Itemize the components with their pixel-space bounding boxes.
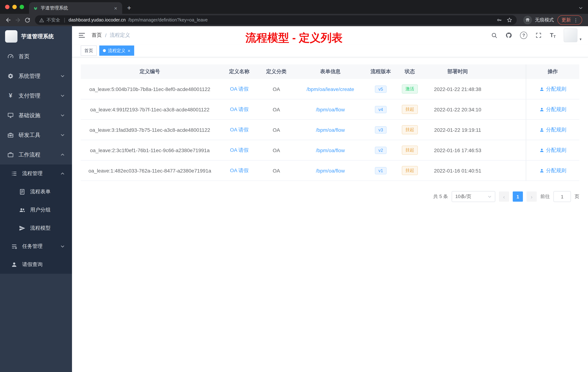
sidebar-item-process-management[interactable]: 流程管理 [0, 164, 72, 183]
chevron-down-icon [60, 74, 65, 78]
sidebar-item-leave-query[interactable]: 请假查询 [0, 255, 72, 274]
omnibox-divider [64, 18, 64, 22]
sidebar-item-label: 流程模型 [30, 225, 51, 231]
sidebar-item-infrastructure[interactable]: 基础设施 [0, 106, 72, 125]
assign-rule-button[interactable]: 分配规则 [539, 106, 566, 113]
sidebar-item-label: 工作流程 [19, 151, 40, 158]
definition-name-link[interactable]: OA 请假 [230, 106, 249, 112]
incognito-label: 无痕模式 [535, 17, 554, 23]
window-zoom-button[interactable] [20, 5, 24, 9]
bookmark-star-icon[interactable] [506, 17, 512, 23]
fullscreen-icon[interactable] [535, 32, 542, 39]
table-row: oa_leave:1:482ec033-762a-11ec-8477-a2380… [81, 161, 579, 181]
workflow-submenu: 流程管理 流程表单 用户分组 [0, 164, 72, 274]
sidebar-item-workflow[interactable]: 工作流程 [0, 145, 72, 164]
definition-name-link[interactable]: OA 请假 [230, 167, 249, 173]
page-size-select[interactable]: 10条/页 [452, 191, 495, 202]
sidebar-item-dev-tools[interactable]: 研发工具 [0, 125, 72, 145]
browser-update-button[interactable]: 更新 ⋮ [557, 15, 582, 25]
col-header: 操作 [526, 65, 579, 79]
form-link[interactable]: /bpm/oa/flow [316, 168, 345, 174]
browser-menu-dots-icon[interactable]: ⋮ [573, 17, 578, 23]
col-header: 表单信息 [293, 68, 368, 75]
forward-button[interactable] [13, 15, 22, 25]
person-icon [539, 148, 544, 153]
deploy-time: 2022-01-16 17:46:53 [426, 147, 489, 153]
password-key-icon[interactable] [496, 17, 502, 23]
definition-name-link[interactable]: OA 请假 [230, 127, 249, 132]
sidebar-item-payment-management[interactable]: ¥ 支付管理 [0, 86, 72, 106]
tag-home[interactable]: 首页 [81, 45, 97, 56]
sidebar-toggle-icon[interactable] [78, 31, 86, 39]
avatar[interactable] [564, 28, 578, 42]
next-page-button[interactable]: › [526, 191, 537, 202]
help-icon[interactable]: ? [520, 32, 527, 39]
breadcrumb-separator: / [105, 33, 106, 38]
definition-name-link[interactable]: OA 请假 [230, 86, 249, 92]
sidebar-item-label: 流程表单 [30, 188, 51, 195]
new-tab-button[interactable]: + [124, 3, 134, 13]
breadcrumb-current: 流程定义 [110, 32, 130, 39]
definition-name-link[interactable]: OA 请假 [230, 147, 249, 153]
page-goto-input[interactable] [554, 191, 571, 202]
chevron-up-icon [60, 171, 65, 176]
back-button[interactable] [4, 15, 13, 25]
breadcrumb-home[interactable]: 首页 [92, 32, 102, 39]
tag-process-definition[interactable]: 流程定义 × [99, 45, 134, 56]
col-header: 部署时间 [426, 68, 489, 75]
assign-rule-button[interactable]: 分配规则 [539, 167, 566, 174]
form-link[interactable]: /bpm/oa/flow [316, 147, 345, 153]
user-menu[interactable]: ▼ [564, 28, 582, 42]
definition-category: OA [260, 147, 293, 153]
col-header: 定义分类 [260, 68, 293, 75]
search-icon[interactable] [491, 32, 497, 39]
person-icon [539, 107, 544, 112]
browser-tab[interactable]: 芋道管理系统 × [29, 2, 122, 14]
tag-close-icon[interactable]: × [128, 48, 130, 53]
annotation-title: 流程模型 - 定义列表 [245, 31, 342, 45]
status-badge: 挂起 [402, 125, 418, 134]
form-link[interactable]: /bpm/oa/flow [316, 127, 345, 133]
form-link[interactable]: /bpm/oa/leave/create [306, 86, 354, 92]
window-minimize-button[interactable] [12, 5, 17, 9]
assign-rule-button[interactable]: 分配规则 [539, 127, 566, 133]
security-label[interactable]: 不安全 [47, 17, 60, 23]
person-icon [539, 87, 544, 92]
assign-rule-button[interactable]: 分配规则 [539, 86, 566, 92]
sidebar-item-process-form[interactable]: 流程表单 [0, 183, 72, 201]
reload-button[interactable] [22, 15, 32, 25]
address-bar[interactable]: 不安全 dashboard.yudao.iocoder.cn/bpm/manag… [35, 15, 517, 25]
definition-id: oa_leave:1:482ec033-762a-11ec-8477-a2380… [81, 168, 219, 174]
chevron-down-icon [60, 244, 65, 249]
definition-id: oa_leave:2:3c1f0ef1-76b1-11ec-9c66-a2380… [81, 147, 219, 153]
page-number-button[interactable]: 1 [513, 191, 523, 202]
tag-label: 首页 [84, 47, 93, 54]
sidebar-item-process-model[interactable]: 流程模型 [0, 219, 72, 237]
sidebar-item-task-management[interactable]: 任务管理 [0, 237, 72, 255]
update-label: 更新 [561, 17, 571, 23]
window-close-button[interactable] [5, 5, 10, 9]
monitor-icon [7, 112, 14, 119]
status-badge: 激活 [402, 85, 418, 94]
table-row: oa_leave:3:1fad3d93-7b75-11ec-a3c8-acde4… [81, 120, 579, 140]
people-icon [19, 207, 25, 213]
tasks-icon [11, 243, 17, 250]
prev-page-button[interactable]: ‹ [499, 191, 509, 202]
chevron-down-icon [488, 195, 492, 198]
person-icon [11, 261, 17, 268]
sidebar-logo[interactable]: 芋道管理系统 [0, 26, 72, 47]
sidebar-item-user-group[interactable]: 用户分组 [0, 201, 72, 219]
table-row: oa_leave:2:3c1f0ef1-76b1-11ec-9c66-a2380… [81, 140, 579, 161]
sidebar-item-label: 任务管理 [22, 243, 42, 250]
form-link[interactable]: /bpm/oa/flow [316, 107, 345, 112]
deploy-time: 2022-01-22 20:34:10 [426, 107, 489, 112]
tab-close-icon[interactable]: × [113, 5, 118, 11]
toolbox-icon [7, 132, 14, 138]
github-icon[interactable] [505, 32, 512, 39]
font-size-icon[interactable]: TT [550, 32, 556, 39]
sidebar-item-system-management[interactable]: 系统管理 [0, 66, 72, 86]
tab-search-caret-icon[interactable] [578, 6, 583, 10]
assign-rule-button[interactable]: 分配规则 [539, 147, 566, 153]
page-root: 芋道管理系统 × + 不安全 dashboard.yudao.iocoder.c… [0, 0, 588, 372]
sidebar-item-home[interactable]: 首页 [0, 47, 72, 66]
